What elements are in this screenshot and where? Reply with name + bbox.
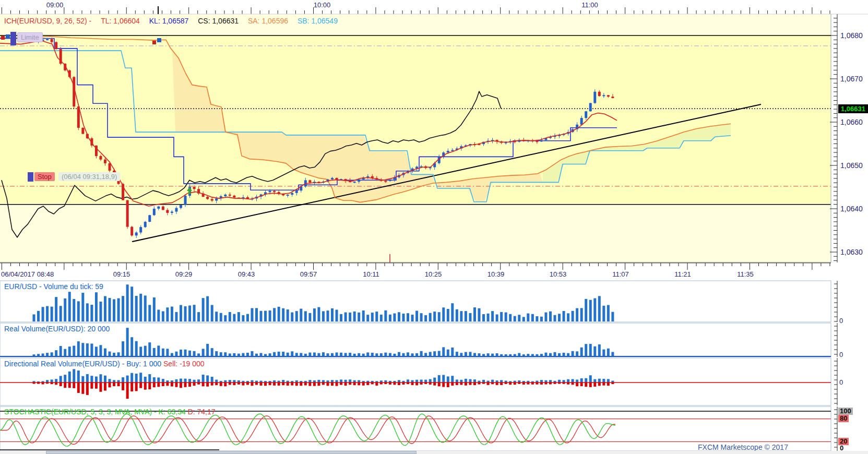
sell-value: Sell: -19 000 bbox=[163, 360, 205, 368]
ichimoku-name: ICH(EUR/USD, 9, 26, 52) - bbox=[4, 17, 93, 25]
price-axis-label[interactable]: 1,0650 bbox=[840, 161, 863, 170]
trading-chart-window: { "top_axis": {"labels": [ {"text": "09:… bbox=[0, 0, 868, 454]
entry-marker-blue bbox=[157, 38, 161, 42]
stop-order-handle[interactable] bbox=[28, 172, 33, 182]
price-axis-label[interactable]: 1,0670 bbox=[840, 75, 863, 83]
ichimoku-header: ICH(EUR/USD, 9, 26, 52) - TL: 1,06604 KL… bbox=[4, 17, 345, 25]
bottom-axis-label: 11:21 bbox=[674, 270, 691, 278]
top-axis-label: 09:00 bbox=[46, 1, 64, 9]
limite-order-handle[interactable] bbox=[10, 32, 16, 45]
stoch-80-label: 80 bbox=[838, 415, 849, 422]
senkou-a-value: SA: 1,06596 bbox=[248, 17, 288, 25]
top-axis-label: 10:00 bbox=[314, 1, 331, 9]
senkou-b-value: SB: 1,06549 bbox=[298, 17, 338, 25]
bottom-axis-label: 09:57 bbox=[300, 270, 317, 278]
bottom-axis-label: 06/04/2017 08:48 bbox=[1, 270, 54, 278]
bottom-axis-label: 10:25 bbox=[425, 270, 442, 278]
stoch-d-value: D: 74,17 bbox=[188, 408, 216, 416]
stop-order-chip[interactable]: Stop bbox=[34, 172, 55, 181]
bottom-axis-label: 09:15 bbox=[113, 270, 130, 278]
order-marker-blue bbox=[6, 34, 10, 39]
entry-marker-red bbox=[152, 41, 156, 44]
stop-order-info: (06/04 09:31,18,9) bbox=[58, 172, 120, 181]
directional-volume-title: Directional Real Volume(EUR/USD) - Buy: … bbox=[4, 360, 205, 368]
bottom-axis-label: 09:43 bbox=[238, 270, 255, 278]
scrollbar-thumb[interactable] bbox=[46, 451, 417, 454]
kijun-value: KL: 1,06587 bbox=[149, 17, 189, 25]
current-price-tag: 1,06631 bbox=[838, 104, 868, 113]
price-axis-label[interactable]: 1,0660 bbox=[840, 118, 863, 126]
limite-order-chip[interactable]: Limite bbox=[17, 32, 43, 42]
real-volume-title: Real Volume(EUR/USD): 20 000 bbox=[4, 325, 110, 333]
bottom-axis-label: 10:11 bbox=[363, 270, 379, 278]
price-axis-label[interactable]: 1,0680 bbox=[840, 31, 863, 40]
stoch-k-value: STOCHASTIC(EUR/USD, 5, 3, 3, MVA, MVA) -… bbox=[4, 408, 186, 416]
price-axis-label[interactable]: 1,0640 bbox=[840, 205, 863, 213]
bottom-axis-label: 09:29 bbox=[175, 270, 193, 278]
top-axis-label: 11:00 bbox=[581, 1, 598, 9]
bottom-axis-label: 10:53 bbox=[550, 270, 567, 278]
tick-volume-title: EUR/USD - Volume du tick: 59 bbox=[4, 282, 103, 291]
tenkan-value: TL: 1,06604 bbox=[101, 17, 140, 25]
price-axis-label[interactable]: 1,0630 bbox=[840, 248, 863, 256]
watermark: FXCM Marketscope © 2017 bbox=[698, 443, 788, 451]
pane3-zero-label: 0 bbox=[839, 378, 843, 386]
bottom-axis-label: 10:39 bbox=[487, 270, 505, 278]
pane1-zero-label: 0 bbox=[839, 317, 843, 325]
stochastic-title: STOCHASTIC(EUR/USD, 5, 3, 3, MVA, MVA) -… bbox=[4, 408, 216, 416]
order-marker-red bbox=[1, 36, 5, 40]
buy-value: Directional Real Volume(EUR/USD) - Buy: … bbox=[4, 360, 161, 368]
stoch-100-label: 100 bbox=[838, 408, 853, 415]
bottom-axis-label: 11:35 bbox=[737, 270, 754, 278]
bottom-axis-label: 11:07 bbox=[612, 270, 629, 278]
pane2-zero-label: 0 bbox=[839, 351, 843, 359]
chart-canvas[interactable] bbox=[0, 0, 868, 454]
chikou-value: CS: 1,06631 bbox=[198, 17, 239, 25]
